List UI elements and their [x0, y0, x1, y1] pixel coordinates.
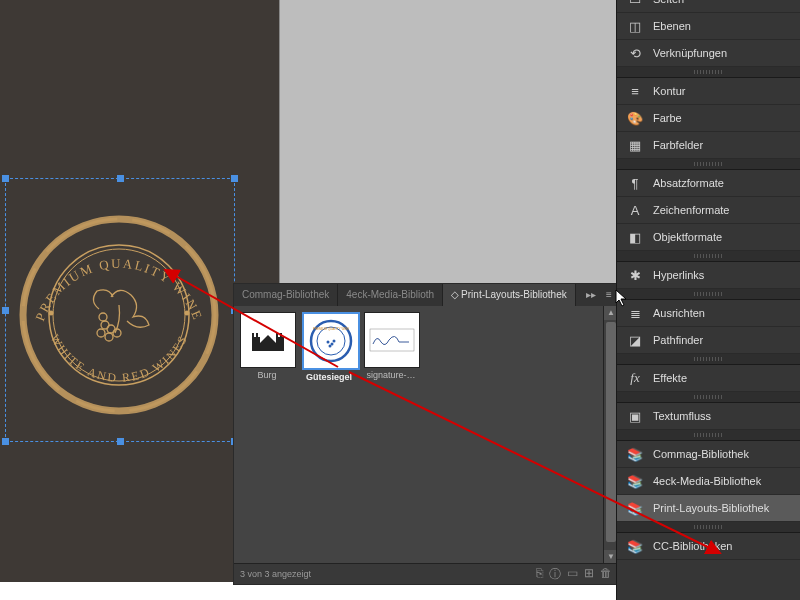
panel-row-print-layouts-bibliothek[interactable]: 📚Print-Layouts-Bibliothek — [617, 495, 800, 522]
farbe-icon: 🎨 — [627, 110, 643, 126]
svg-point-25 — [329, 345, 332, 348]
panel-separator — [617, 289, 800, 300]
panel-label: Pathfinder — [653, 334, 703, 346]
svg-text:PREMIUM QUALITY WINE: PREMIUM QUALITY WINE — [313, 327, 349, 331]
library-item-guetesiegel[interactable]: PREMIUM QUALITY WINE Gütesiegel — [302, 312, 356, 382]
obj-icon: ◧ — [627, 229, 643, 245]
panel-label: Kontur — [653, 85, 685, 97]
library-thumb-burg — [240, 312, 296, 368]
panel-label: Ebenen — [653, 20, 691, 32]
svg-rect-19 — [276, 333, 278, 337]
svg-rect-15 — [276, 337, 284, 351]
panel-separator — [617, 251, 800, 262]
panel-label: Textumfluss — [653, 410, 711, 422]
right-panel-dock: ▭Seiten◫Ebenen⟲Verknüpfungen≡Kontur🎨Farb… — [616, 0, 800, 600]
panel-separator — [617, 522, 800, 533]
ebenen-icon: ◫ — [627, 18, 643, 34]
svg-point-26 — [333, 340, 336, 343]
scrollbar-thumb[interactable] — [606, 322, 616, 542]
panel-row-hyperlinks[interactable]: ✱Hyperlinks — [617, 262, 800, 289]
selection-bounding-box[interactable] — [5, 178, 235, 442]
panel-label: Farbe — [653, 112, 682, 124]
panel-row-absatzformate[interactable]: ¶Absatzformate — [617, 170, 800, 197]
svg-rect-28 — [370, 329, 414, 351]
panel-label: Verknüpfungen — [653, 47, 727, 59]
library-label-signature: signature-… — [364, 370, 418, 380]
panel-row-zeichenformate[interactable]: AZeichenformate — [617, 197, 800, 224]
hyper-icon: ✱ — [627, 267, 643, 283]
library-tab-print-layouts[interactable]: ◇Print-Layouts-Bibliothek — [443, 284, 576, 306]
panel-row-cc-bibliotheken[interactable]: 📚CC-Bibliotheken — [617, 533, 800, 560]
panel-separator — [617, 354, 800, 365]
svg-point-23 — [327, 341, 330, 344]
selection-handle-n[interactable] — [117, 175, 124, 182]
panel-row-4eck-media-bibliothek[interactable]: 📚4eck-Media-Bibliothek — [617, 468, 800, 495]
library-label-burg: Burg — [240, 370, 294, 380]
library-label-guetesiegel: Gütesiegel — [302, 372, 356, 382]
panel-row-kontur[interactable]: ≡Kontur — [617, 78, 800, 105]
panel-row-commag-bibliothek[interactable]: 📚Commag-Bibliothek — [617, 441, 800, 468]
panel-row-objektformate[interactable]: ◧Objektformate — [617, 224, 800, 251]
panel-row-verkn-pfungen[interactable]: ⟲Verknüpfungen — [617, 40, 800, 67]
panel-row-farbfelder[interactable]: ▦Farbfelder — [617, 132, 800, 159]
char-icon: A — [627, 202, 643, 218]
svg-rect-14 — [252, 337, 260, 351]
textwrap-icon: ▣ — [627, 408, 643, 424]
panel-label: Farbfelder — [653, 139, 703, 151]
library-footer: 3 von 3 angezeigt ⎘ ⓘ ▭ ⊞ 🗑 — [234, 563, 618, 584]
links-icon: ⟲ — [627, 45, 643, 61]
panel-label: Absatzformate — [653, 177, 724, 189]
seiten-icon: ▭ — [627, 0, 643, 7]
library-trash-icon[interactable]: 🗑 — [600, 566, 612, 583]
panel-label: Commag-Bibliothek — [653, 448, 749, 460]
panel-label: Objektformate — [653, 231, 722, 243]
panel-row-seiten[interactable]: ▭Seiten — [617, 0, 800, 13]
library-item-burg[interactable]: Burg — [240, 312, 294, 382]
para-icon: ¶ — [627, 175, 643, 191]
document-page-light — [279, 0, 618, 286]
library-item-signature[interactable]: signature-… — [364, 312, 418, 382]
selection-handle-ne[interactable] — [231, 175, 238, 182]
panel-label: Hyperlinks — [653, 269, 704, 281]
panel-label: Ausrichten — [653, 307, 705, 319]
lib-icon: 📚 — [627, 473, 643, 489]
panel-separator — [617, 67, 800, 78]
cclib-icon: 📚 — [627, 538, 643, 554]
library-link-icon[interactable]: ⎘ — [536, 566, 543, 583]
panel-label: Zeichenformate — [653, 204, 729, 216]
selection-handle-sw[interactable] — [2, 438, 9, 445]
library-info-icon[interactable]: ⓘ — [549, 566, 561, 583]
svg-rect-17 — [252, 333, 254, 337]
panel-separator — [617, 159, 800, 170]
lib-icon: 📚 — [627, 446, 643, 462]
library-snippet-icon[interactable]: ▭ — [567, 566, 578, 583]
library-status-text: 3 von 3 angezeigt — [240, 569, 311, 579]
panel-row-pathfinder[interactable]: ◪Pathfinder — [617, 327, 800, 354]
panel-label: Print-Layouts-Bibliothek — [653, 502, 769, 514]
panel-label: Seiten — [653, 0, 684, 5]
mouse-cursor — [615, 289, 629, 307]
library-tab-bar: Commag-Bibliothek 4eck-Media-Biblioth ◇P… — [234, 284, 618, 306]
library-thumb-guetesiegel: PREMIUM QUALITY WINE — [302, 312, 360, 370]
kontur-icon: ≡ — [627, 83, 643, 99]
panel-row-ausrichten[interactable]: ≣Ausrichten — [617, 300, 800, 327]
selection-handle-w[interactable] — [2, 307, 9, 314]
library-panel[interactable]: Commag-Bibliothek 4eck-Media-Biblioth ◇P… — [233, 283, 619, 585]
panel-label: CC-Bibliotheken — [653, 540, 732, 552]
panel-separator — [617, 430, 800, 441]
library-tab-commag[interactable]: Commag-Bibliothek — [234, 284, 338, 306]
svg-rect-20 — [280, 333, 282, 337]
library-tab-4eck[interactable]: 4eck-Media-Biblioth — [338, 284, 443, 306]
panel-row-ebenen[interactable]: ◫Ebenen — [617, 13, 800, 40]
library-new-icon[interactable]: ⊞ — [584, 566, 594, 583]
svg-rect-16 — [260, 343, 276, 351]
panel-row-textumfluss[interactable]: ▣Textumfluss — [617, 403, 800, 430]
panel-separator — [617, 392, 800, 403]
panel-row-effekte[interactable]: fxEffekte — [617, 365, 800, 392]
selection-handle-s[interactable] — [117, 438, 124, 445]
panel-row-farbe[interactable]: 🎨Farbe — [617, 105, 800, 132]
panel-label: Effekte — [653, 372, 687, 384]
library-collapse-button[interactable]: ▸▸ — [582, 284, 600, 306]
align-icon: ≣ — [627, 305, 643, 321]
selection-handle-nw[interactable] — [2, 175, 9, 182]
